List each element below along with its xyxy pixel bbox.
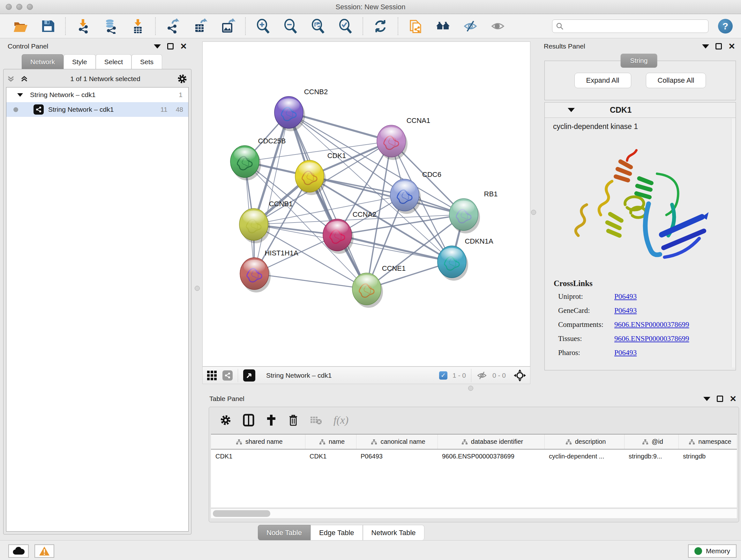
network-edge-CCNB2-CCNE1[interactable]: [289, 112, 367, 289]
table-cell[interactable]: CDK1: [211, 449, 305, 463]
table-row[interactable]: CDK1CDK1P064939606.ENSP00000378699cyclin…: [211, 449, 737, 463]
import-network-database-button[interactable]: [102, 18, 119, 35]
column-header-canonical-name[interactable]: canonical name: [356, 435, 437, 449]
delete-column-icon[interactable]: [288, 414, 298, 426]
column-header-namespace[interactable]: namespace: [678, 435, 737, 449]
close-panel-icon[interactable]: ✕: [730, 395, 737, 402]
expand-all-button[interactable]: Expand All: [575, 73, 631, 88]
node-CCNE1[interactable]: CCNE1: [352, 264, 406, 308]
panel-menu-icon[interactable]: [702, 44, 709, 49]
tab-select[interactable]: Select: [96, 54, 131, 69]
table-horizontal-scrollbar[interactable]: [211, 509, 737, 518]
float-panel-icon[interactable]: [717, 395, 723, 402]
network-row[interactable]: String Network – cdk1 11 48: [6, 102, 188, 117]
table-cell[interactable]: stringdb:9...: [624, 449, 678, 463]
table-cell[interactable]: stringdb: [678, 449, 737, 463]
crosslink-link[interactable]: P06493: [614, 293, 636, 301]
cloud-status-button[interactable]: [8, 544, 29, 558]
table-cell[interactable]: P06493: [356, 449, 437, 463]
column-header-shared-name[interactable]: shared name: [211, 435, 305, 449]
collection-expand-icon[interactable]: [17, 93, 23, 97]
hidden-items-eye-icon[interactable]: [476, 371, 487, 380]
node-CDKN1A[interactable]: CDKN1A: [437, 237, 493, 281]
table-cell[interactable]: cyclin-dependent ...: [544, 449, 624, 463]
refresh-layout-button[interactable]: [372, 18, 389, 35]
import-network-file-button[interactable]: [75, 18, 91, 35]
selected-items-checkbox[interactable]: ✓: [439, 371, 448, 380]
collapse-all-icon[interactable]: [7, 75, 15, 83]
network-edge-HIST1H1A-CCNE1[interactable]: [254, 273, 367, 289]
right-splitter-handle[interactable]: [531, 210, 536, 215]
node-CCNB1[interactable]: CCNB1: [239, 200, 293, 243]
network-canvas[interactable]: CCNB2CCNA1CDC25BCDK1CDC6RB1CCNB1CCNA2CDK…: [202, 42, 530, 367]
export-network-button[interactable]: [165, 18, 181, 35]
tab-string[interactable]: String: [621, 54, 657, 68]
results-scrollbar[interactable]: [731, 118, 735, 368]
panel-menu-icon[interactable]: [154, 44, 161, 49]
zoom-fit-button[interactable]: [310, 18, 326, 35]
center-view-crosshair-icon[interactable]: [514, 369, 526, 382]
node-CCNA1[interactable]: CCNA1: [377, 117, 430, 160]
float-panel-icon[interactable]: [716, 43, 722, 50]
float-panel-icon[interactable]: [167, 43, 174, 50]
network-edge-CCNA2-CDKN1A[interactable]: [337, 235, 452, 262]
table-cell[interactable]: CDK1: [305, 449, 356, 463]
gear-icon[interactable]: [177, 74, 187, 84]
table-cell[interactable]: 9606.ENSP00000378699: [437, 449, 544, 463]
zoom-selected-button[interactable]: [337, 18, 354, 35]
delete-table-icon[interactable]: [310, 415, 322, 425]
show-columns-icon[interactable]: [243, 414, 254, 427]
column-header-database-identifier[interactable]: database identifier: [437, 435, 544, 449]
node-HIST1H1A[interactable]: HIST1H1A: [240, 249, 298, 293]
open-session-button[interactable]: [12, 18, 29, 35]
crosslink-link[interactable]: P06493: [614, 307, 636, 315]
export-image-button[interactable]: [219, 18, 236, 35]
tab-network[interactable]: Network: [22, 54, 64, 69]
network-type-badge-icon[interactable]: [222, 370, 232, 381]
search-input[interactable]: [564, 23, 701, 30]
import-table-button[interactable]: [130, 18, 146, 35]
birds-eye-view-icon[interactable]: [206, 370, 217, 381]
tab-style[interactable]: Style: [64, 54, 96, 69]
save-session-button[interactable]: [40, 18, 56, 35]
open-in-new-window-icon[interactable]: [243, 369, 255, 381]
add-column-icon[interactable]: [266, 414, 277, 426]
warnings-button[interactable]: [35, 544, 54, 558]
entry-collapse-icon[interactable]: [568, 108, 575, 112]
tab-network-table[interactable]: Network Table: [363, 525, 424, 540]
copy-network-button[interactable]: [407, 18, 424, 35]
node-RB1[interactable]: RB1: [449, 190, 497, 233]
column-header-name[interactable]: name: [305, 435, 356, 449]
tab-sets[interactable]: Sets: [131, 54, 162, 69]
bottom-splitter-handle[interactable]: [468, 386, 473, 391]
column-header-description[interactable]: description: [544, 435, 624, 449]
crosslink-link[interactable]: 9606.ENSP00000378699: [614, 320, 689, 329]
close-panel-icon[interactable]: ✕: [180, 43, 187, 50]
close-window-button[interactable]: [6, 4, 12, 10]
panel-menu-icon[interactable]: [703, 397, 711, 401]
network-collection-row[interactable]: String Network – cdk1 1: [6, 87, 188, 102]
export-table-button[interactable]: [192, 18, 209, 35]
close-panel-icon[interactable]: ✕: [728, 43, 735, 50]
tab-node-table[interactable]: Node Table: [258, 525, 311, 540]
function-builder-icon[interactable]: f(x): [333, 414, 348, 426]
minimize-window-button[interactable]: [16, 4, 22, 10]
expand-all-icon[interactable]: [20, 75, 28, 83]
double-house-button[interactable]: [434, 18, 451, 35]
node-CCNB2[interactable]: CCNB2: [274, 88, 328, 131]
table-gear-icon[interactable]: [220, 415, 231, 426]
hide-selected-button[interactable]: [462, 18, 479, 35]
zoom-out-button[interactable]: [282, 18, 299, 35]
memory-button[interactable]: Memory: [688, 544, 737, 558]
crosslink-link[interactable]: 9606.ENSP00000378699: [614, 334, 689, 343]
help-button[interactable]: ?: [718, 19, 733, 34]
crosslink-link[interactable]: P06493: [614, 349, 636, 357]
tab-edge-table[interactable]: Edge Table: [311, 525, 363, 540]
maximize-window-button[interactable]: [27, 4, 33, 10]
node-CDC25B[interactable]: CDC25B: [230, 137, 286, 180]
column-header--id[interactable]: @id: [624, 435, 678, 449]
zoom-in-button[interactable]: [255, 18, 271, 35]
show-hidden-button[interactable]: [489, 18, 506, 35]
collapse-all-button[interactable]: Collapse All: [646, 73, 706, 88]
left-splitter-handle[interactable]: [195, 286, 200, 291]
